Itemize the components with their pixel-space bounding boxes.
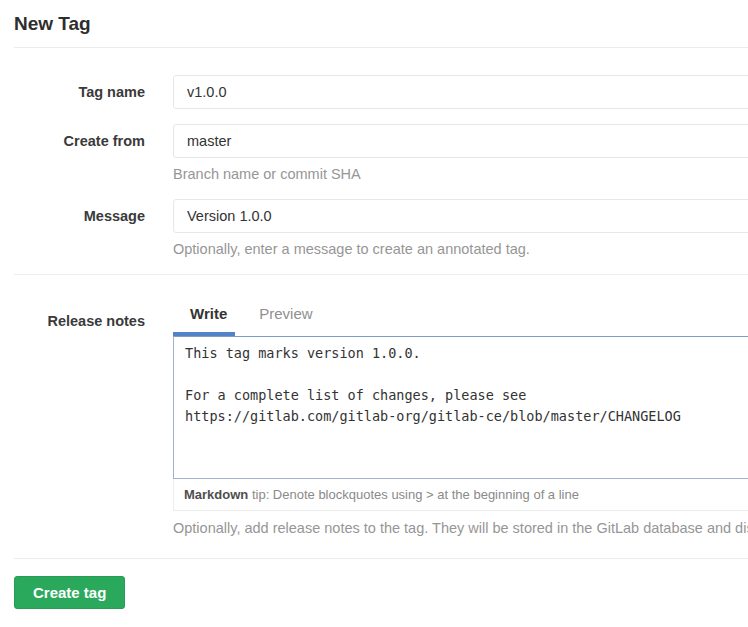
markdown-tip-bold: Markdown xyxy=(184,487,248,502)
message-row: Message Optionally, enter a message to c… xyxy=(14,199,748,259)
tag-name-input[interactable] xyxy=(173,75,748,109)
create-tag-button[interactable]: Create tag xyxy=(14,576,125,609)
create-from-input[interactable] xyxy=(173,124,748,158)
markdown-write-area: This tag marks version 1.0.0. For a comp… xyxy=(173,336,748,511)
create-from-row: Create from Branch name or commit SHA xyxy=(14,124,748,184)
message-field-wrap: Optionally, enter a message to create an… xyxy=(173,199,748,259)
divider xyxy=(14,274,748,275)
tag-name-label: Tag name xyxy=(14,75,145,109)
markdown-tip-bar: Markdown tip: Denote blockquotes using >… xyxy=(173,479,748,511)
release-notes-field-wrap: Write Preview This tag marks version 1.0… xyxy=(173,304,748,538)
page-title: New Tag xyxy=(14,12,748,35)
form-actions: Create tag xyxy=(14,559,748,609)
divider xyxy=(14,47,748,48)
release-notes-row: Release notes Write Preview This tag mar… xyxy=(14,304,748,538)
release-notes-textarea[interactable]: This tag marks version 1.0.0. For a comp… xyxy=(173,336,748,479)
tab-preview[interactable]: Preview xyxy=(259,304,312,324)
message-label: Message xyxy=(14,199,145,259)
release-notes-help: Optionally, add release notes to the tag… xyxy=(173,519,748,538)
create-from-label: Create from xyxy=(14,124,145,184)
tag-name-field-wrap xyxy=(173,75,748,109)
tab-write[interactable]: Write xyxy=(190,304,227,324)
markdown-tip-text: tip: Denote blockquotes using > at the b… xyxy=(248,487,579,502)
release-notes-label: Release notes xyxy=(14,304,145,538)
new-tag-page: New Tag Tag name Create from Branch name… xyxy=(0,0,748,609)
create-from-field-wrap: Branch name or commit SHA xyxy=(173,124,748,184)
active-tab-indicator xyxy=(173,332,235,336)
tag-name-row: Tag name xyxy=(14,75,748,109)
new-tag-form: Tag name Create from Branch name or comm… xyxy=(14,75,748,609)
markdown-editor-tabs: Write Preview xyxy=(173,304,748,324)
message-help: Optionally, enter a message to create an… xyxy=(173,240,748,259)
message-input[interactable] xyxy=(173,199,748,233)
create-from-help: Branch name or commit SHA xyxy=(173,165,748,184)
